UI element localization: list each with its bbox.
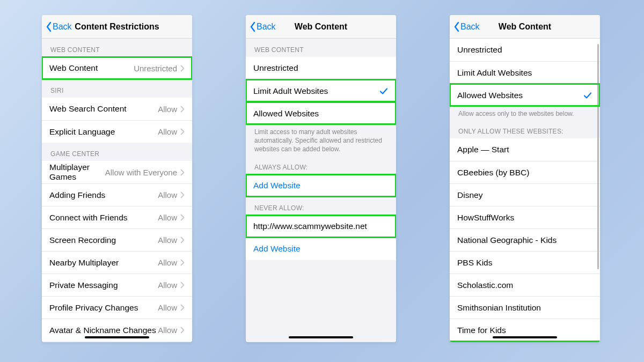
scroll-area[interactable]: WEB CONTENT Web Content Unrestricted SIR… bbox=[42, 39, 192, 342]
add-website-button[interactable]: Add Website bbox=[246, 174, 396, 197]
section-header-game-center: GAME CENTER bbox=[42, 143, 192, 161]
option-row[interactable]: Limit Adult Websites bbox=[246, 79, 396, 102]
screenshot-web-content-allowed: Back Web Content UnrestrictedLimit Adult… bbox=[450, 15, 600, 342]
group-never-allow: http://www.scammywebsite.net Add Website bbox=[246, 215, 396, 260]
row-value: Allow bbox=[158, 235, 180, 245]
option-row[interactable]: Allowed Websites bbox=[450, 84, 600, 106]
row-label: Explicit Language bbox=[49, 127, 158, 137]
settings-row[interactable]: Profile Privacy ChangesAllow bbox=[42, 296, 192, 319]
scrollbar[interactable] bbox=[597, 44, 599, 269]
row-label: HowStuffWorks bbox=[457, 213, 592, 223]
row-value: Allow bbox=[158, 258, 180, 267]
row-label: Multiplayer Games bbox=[49, 162, 105, 182]
list-item[interactable]: Smithsonian Institution bbox=[450, 296, 600, 319]
chevron-right-icon bbox=[180, 65, 185, 72]
row-label: Limit Adult Websites bbox=[253, 86, 379, 96]
option-row[interactable]: Limit Adult Websites bbox=[450, 61, 600, 84]
row-label: Add Website bbox=[253, 244, 389, 254]
add-website-button[interactable]: Add Website bbox=[246, 238, 396, 260]
checkmark-icon bbox=[583, 91, 592, 100]
row-label: Nearby Multiplayer bbox=[49, 258, 158, 268]
chevron-right-icon bbox=[180, 191, 185, 198]
settings-row[interactable]: Nearby MultiplayerAllow bbox=[42, 251, 192, 274]
back-label: Back bbox=[257, 22, 276, 32]
chevron-right-icon bbox=[180, 106, 185, 113]
row-value: Unrestricted bbox=[134, 64, 180, 73]
list-item[interactable]: CBeebies (by BBC) bbox=[450, 161, 600, 183]
list-item[interactable]: PBS Kids bbox=[450, 251, 600, 274]
back-button[interactable]: Back bbox=[45, 21, 72, 32]
row-value: Allow bbox=[158, 326, 180, 335]
group-siri: Web Search ContentAllowExplicit Language… bbox=[42, 98, 192, 143]
row-label: http://www.scammywebsite.net bbox=[253, 221, 389, 231]
chevron-left-icon bbox=[453, 21, 460, 32]
group-web-content-options: UnrestrictedLimit Adult WebsitesAllowed … bbox=[450, 39, 600, 106]
scroll-area[interactable]: WEB CONTENT UnrestrictedLimit Adult Webs… bbox=[246, 39, 396, 342]
row-label: National Geographic - Kids bbox=[457, 235, 592, 245]
row-value: Allow bbox=[158, 190, 180, 200]
list-item[interactable]: Disney bbox=[450, 183, 600, 206]
row-label: Adding Friends bbox=[49, 190, 158, 200]
section-header-web-content: WEB CONTENT bbox=[246, 39, 396, 57]
chevron-right-icon bbox=[180, 214, 185, 221]
group-game-center: Multiplayer GamesAllow with EveryoneAddi… bbox=[42, 161, 192, 341]
row-label: Add Website bbox=[253, 181, 389, 190]
row-label: Avatar & Nickname Changes bbox=[49, 326, 158, 335]
option-row[interactable]: Unrestricted bbox=[246, 57, 396, 79]
option-row[interactable]: Allowed Websites bbox=[246, 102, 396, 124]
row-label: Allowed Websites bbox=[253, 109, 389, 119]
back-button[interactable]: Back bbox=[249, 21, 276, 32]
row-label: Unrestricted bbox=[253, 63, 389, 73]
home-indicator[interactable] bbox=[85, 336, 149, 339]
group-web-content: Web Content Unrestricted bbox=[42, 57, 192, 79]
chevron-right-icon bbox=[180, 259, 185, 266]
row-web-content[interactable]: Web Content Unrestricted bbox=[42, 57, 192, 79]
back-label: Back bbox=[53, 22, 72, 32]
row-label: Profile Privacy Changes bbox=[49, 303, 158, 313]
row-blocked-website[interactable]: http://www.scammywebsite.net bbox=[246, 215, 396, 238]
screenshot-content-restrictions: Back Content Restrictions WEB CONTENT We… bbox=[42, 15, 192, 342]
section-header-web-content: WEB CONTENT bbox=[42, 39, 192, 57]
home-indicator[interactable] bbox=[289, 336, 353, 339]
list-item[interactable]: HowStuffWorks bbox=[450, 206, 600, 228]
back-button[interactable]: Back bbox=[453, 21, 480, 32]
back-label: Back bbox=[460, 22, 480, 32]
section-header-only-allow: ONLY ALLOW THESE WEBSITES: bbox=[450, 120, 600, 138]
settings-row[interactable]: Adding FriendsAllow bbox=[42, 183, 192, 206]
scroll-area[interactable]: UnrestrictedLimit Adult WebsitesAllowed … bbox=[450, 39, 600, 342]
settings-row[interactable]: Explicit LanguageAllow bbox=[42, 120, 192, 143]
chevron-right-icon bbox=[180, 327, 185, 334]
nav-bar: Back Content Restrictions bbox=[42, 15, 192, 39]
list-item[interactable]: Scholastic.com bbox=[450, 274, 600, 296]
group-web-content-options: UnrestrictedLimit Adult WebsitesAllowed … bbox=[246, 57, 396, 124]
checkmark-icon bbox=[379, 86, 389, 96]
settings-row[interactable]: Multiplayer GamesAllow with Everyone bbox=[42, 161, 192, 183]
row-label: Screen Recording bbox=[49, 235, 158, 245]
list-item[interactable]: Apple — Start bbox=[450, 138, 600, 161]
row-label: Unrestricted bbox=[457, 45, 592, 55]
row-label: Web Search Content bbox=[49, 104, 158, 114]
home-indicator[interactable] bbox=[493, 336, 557, 339]
list-item[interactable]: National Geographic - Kids bbox=[450, 228, 600, 251]
option-row[interactable]: Unrestricted bbox=[450, 39, 600, 61]
chevron-right-icon bbox=[180, 304, 185, 311]
footer-note: Limit access to many adult websites auto… bbox=[246, 124, 396, 156]
add-website-button[interactable]: Add Website bbox=[450, 341, 600, 342]
row-label: Apple — Start bbox=[457, 145, 592, 154]
nav-bar: Back Web Content bbox=[246, 15, 396, 39]
nav-bar: Back Web Content bbox=[450, 15, 600, 39]
settings-row[interactable]: Connect with FriendsAllow bbox=[42, 206, 192, 228]
settings-row[interactable]: Screen RecordingAllow bbox=[42, 228, 192, 251]
group-always-allow: Add Website bbox=[246, 174, 396, 197]
row-value: Allow bbox=[158, 303, 180, 312]
row-label: Scholastic.com bbox=[457, 280, 592, 290]
row-label: Limit Adult Websites bbox=[457, 68, 592, 78]
row-value: Allow with Everyone bbox=[105, 168, 180, 177]
row-value: Allow bbox=[158, 127, 180, 136]
settings-row[interactable]: Private MessagingAllow bbox=[42, 274, 192, 296]
row-label: Web Content bbox=[49, 63, 134, 73]
chevron-right-icon bbox=[180, 169, 185, 176]
row-label: PBS Kids bbox=[457, 258, 592, 268]
row-label: CBeebies (by BBC) bbox=[457, 168, 592, 178]
settings-row[interactable]: Web Search ContentAllow bbox=[42, 98, 192, 120]
